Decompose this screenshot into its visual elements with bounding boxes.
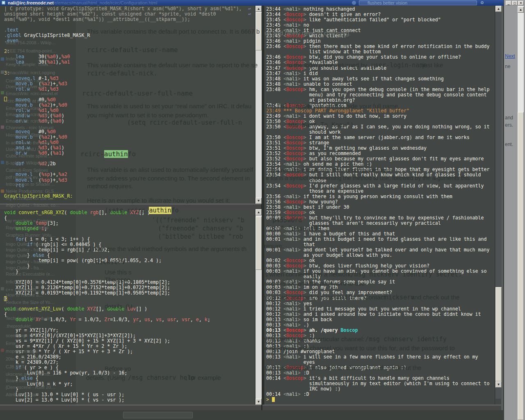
scrollbar-thumb[interactable] xyxy=(256,12,262,50)
asm-buffer-window[interactable]: | C prototype: void GrayClipISprite8_MAS… xyxy=(0,6,255,204)
code-line: or.w %d0,(%a0) xyxy=(4,119,255,124)
browser-scrollbar-up-icon[interactable]: ▲ xyxy=(518,7,524,13)
scrollbar-down-icon[interactable]: ▼ xyxy=(256,198,262,204)
scrollbar-up-icon[interactable]: ▲ xyxy=(495,6,502,12)
code-line: or.w %d0,(%a1) xyxy=(4,151,255,156)
window-title: nali@irc.freenode.net xyxy=(8,0,54,6)
scrollbar-c[interactable]: ▲ ▼ xyxy=(255,209,261,405)
text-cursor xyxy=(272,397,275,402)
code-line: unsigned i; xyxy=(4,226,255,231)
code-line xyxy=(4,65,255,71)
scrollbar-asm[interactable]: ▲ ▼ xyxy=(255,6,261,204)
code-line: rol.w %d1,%d3 xyxy=(4,87,255,92)
code-line: temp[i] = pow( (rgb[i]+0.055)/1.055, 2.4… xyxy=(4,258,255,263)
scrollbar-down-icon[interactable]: ▼ xyxy=(495,381,502,388)
scrollbar-up-icon[interactable]: ▲ xyxy=(256,209,262,215)
line-wrap-icon: ↩ xyxy=(248,6,251,11)
scrollbar-thumb[interactable] xyxy=(256,217,262,270)
code-line xyxy=(4,22,255,27)
code-line: asm("%a0"), void *dest1 asm("%a1")) __at… xyxy=(4,17,255,22)
code-line: Luv[0] = k * yr; xyxy=(4,381,255,387)
background-browser-strip: ▲ xyxy=(504,0,525,420)
irc-input-line[interactable]: > xyxy=(266,397,495,402)
minimize-button[interactable]: _ xyxy=(506,1,511,5)
code-line: } xyxy=(4,296,255,301)
code-line: .even xyxy=(4,38,255,43)
mode-line-c[interactable]: --\---sobel.c 26% (109,0) (C++/l ¢ WS Ab… xyxy=(0,405,261,410)
code-line: void convert_XYZ_Luv( double XYZ[], doub… xyxy=(4,306,255,312)
code-line: double Xr = 1.0/3, Yr = 1.0/3, Zr=1.0/3,… xyxy=(4,317,255,322)
code-line: void convert_sRGB_XYZ( double rgb[], dou… xyxy=(4,210,255,215)
code-line xyxy=(4,43,255,49)
code-line: XYZ[2] = 0.0193*temp[0]+0.1192*temp[1]+0… xyxy=(4,290,255,296)
code-line: GrayClipISprite8_MASK_R: xyxy=(4,194,255,199)
minibuffer[interactable] xyxy=(0,410,504,420)
line-wrap-icon: ↩ xyxy=(248,11,251,17)
ghost-button xyxy=(123,412,193,418)
irc-buffer-window[interactable]: 23:44 <nali> nothing haschanged23:44 <Bo… xyxy=(265,6,495,405)
search-icon xyxy=(481,1,484,4)
chat-line: 00:14 <nali> :D xyxy=(266,392,495,397)
scrollbar-up-icon[interactable]: ▲ xyxy=(256,6,262,12)
scrollbar-down-icon[interactable]: ▼ xyxy=(256,399,262,405)
code-line: } xyxy=(4,263,255,269)
close-button[interactable]: × xyxy=(518,1,524,5)
window-divider xyxy=(261,6,265,420)
mode-line-asm[interactable]: --(Unix)---GrayClipISprite8_MASK_R.s Top… xyxy=(0,204,261,209)
inactive-cursor-asm xyxy=(4,97,7,101)
c-buffer-window[interactable]: void convert_sRGB_XYZ( double rgb[], dou… xyxy=(0,209,255,405)
ghost-search-text: flushes better vision xyxy=(368,0,407,5)
mode-line-irc[interactable]: -U:**-nali@irc.freenode.net Bot (100,2) … xyxy=(262,405,501,410)
browser-scrollbar-thumb[interactable] xyxy=(518,112,524,420)
code-line: Luv[2] = 13.0 * Luv[0] * ( vs - vsr ); xyxy=(4,397,255,403)
code-line: Luv[0] = 116 * pow(yr, 1.0/3) - 16; xyxy=(4,370,255,376)
code-line: move.l (%sp)+,%d3 xyxy=(4,178,255,183)
code-line: rts xyxy=(4,183,255,188)
code-line: .globl GrayClipISprite8_MASK_R xyxy=(4,33,255,38)
terminal-app-icon xyxy=(1,0,6,5)
code-line: lea 30(%a1),%a1 xyxy=(4,59,255,65)
ghost-browser-engine-icon xyxy=(352,1,356,5)
code-line: } xyxy=(4,269,255,274)
restore-button[interactable]: □ xyxy=(512,1,518,5)
scrollbar-thumb[interactable] xyxy=(495,287,502,381)
inactive-cursor-c xyxy=(4,297,7,301)
code-line: dbf %d2,2b xyxy=(4,161,255,167)
scrollbar-irc[interactable]: ▲ ▼ xyxy=(495,6,501,405)
window-title-bar[interactable]: www.gnu.org/software/emacs/manual/html_n… xyxy=(0,0,504,6)
